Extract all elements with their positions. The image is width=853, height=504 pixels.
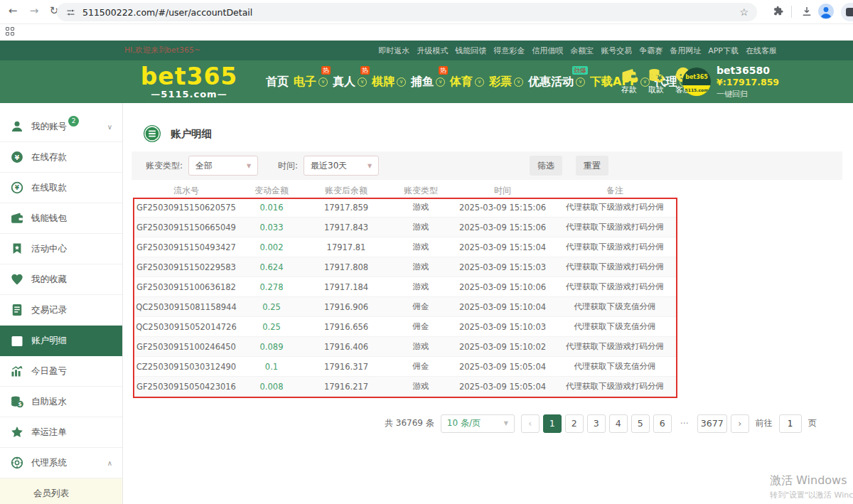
page-button[interactable]: 1 bbox=[543, 414, 562, 433]
chevron-down-icon: ∨ bbox=[514, 77, 523, 87]
pagination: 共 36769 条 10 条/页 ▼ ‹123456···3677› 前往 页 bbox=[385, 414, 817, 433]
prev-page-button[interactable]: ‹ bbox=[521, 414, 540, 433]
table-body: GF250309151506205750.01617917.859游戏2025-… bbox=[133, 198, 677, 397]
column-header: 备注 bbox=[552, 185, 677, 197]
cell-note: 代理获取下级游戏打码分佣 bbox=[552, 222, 677, 232]
url-bar[interactable]: 511500222.com/#/user/accountDetail ☆ bbox=[57, 3, 757, 21]
sidebar-item[interactable]: 账户明细 bbox=[0, 326, 122, 356]
sidebar-item-label: 我的收藏 bbox=[31, 274, 67, 286]
user-icon bbox=[10, 119, 24, 134]
topbar-link[interactable]: 即时返水 bbox=[378, 45, 409, 56]
topbar-link[interactable]: 得意彩金 bbox=[493, 45, 525, 56]
column-header: 流水号 bbox=[133, 185, 240, 197]
next-page-button[interactable]: › bbox=[731, 414, 749, 433]
site-logo[interactable]: bet365 —5115.com— bbox=[139, 65, 239, 100]
deposit-button[interactable]: 存款 bbox=[620, 67, 638, 95]
page-title-row: 账户明细 bbox=[143, 124, 212, 143]
nav-item[interactable]: 劲爆优惠活动∨ bbox=[528, 60, 585, 103]
nav-label: 首页 bbox=[266, 75, 289, 90]
browser-menu-partial[interactable] bbox=[841, 3, 853, 21]
topbar-link[interactable]: 账号交易 bbox=[601, 45, 632, 56]
sidebar-item[interactable]: $自助返水 bbox=[0, 387, 122, 417]
cell-note: 代理获取下级游戏打码分佣 bbox=[552, 262, 677, 272]
sidebar-item[interactable]: 代理系统∧ bbox=[0, 448, 122, 478]
coins-icon: $ bbox=[10, 395, 24, 409]
table-row: GF250309151006361820.27817917.184游戏2025-… bbox=[133, 277, 677, 297]
cell-serial: QC25030915052014726 bbox=[133, 322, 240, 332]
chevron-up-icon: ∧ bbox=[107, 459, 112, 467]
chart-icon bbox=[10, 364, 24, 378]
bookmark-star-icon[interactable]: ☆ bbox=[739, 6, 749, 18]
chevron-down-icon: ▼ bbox=[368, 163, 372, 169]
cell-serial: GF25030915100246450 bbox=[133, 342, 240, 352]
topbar-link[interactable]: 余额宝 bbox=[570, 45, 594, 56]
apps-grid-icon[interactable] bbox=[6, 27, 14, 36]
sidebar-item-label: 代理系统 bbox=[31, 457, 67, 469]
sidebar-item[interactable]: 幸运注单 bbox=[0, 417, 122, 448]
nav-item[interactable]: 热电子∨ bbox=[294, 60, 328, 103]
nav-item[interactable]: 首页 bbox=[266, 60, 289, 103]
account-badge[interactable]: bet365 5115.com bbox=[682, 68, 711, 96]
topbar-link[interactable]: 争霸赛 bbox=[639, 45, 662, 56]
topbar-link[interactable]: 信用借呗 bbox=[532, 45, 563, 56]
table-row: CZ250309150303124900.117916.317佣金2025-03… bbox=[133, 357, 677, 377]
per-page-select[interactable]: 10 条/页 ▼ bbox=[441, 414, 515, 433]
extensions-icon[interactable] bbox=[772, 5, 784, 17]
page-button[interactable]: 5 bbox=[631, 414, 650, 433]
topbar-link[interactable]: 备用网址 bbox=[670, 45, 701, 56]
sidebar-item[interactable]: 会员列表 bbox=[0, 478, 122, 504]
sidebar-item[interactable]: ¥在线取款 bbox=[0, 173, 122, 203]
cell-type: 游戏 bbox=[389, 282, 453, 292]
nav-item[interactable]: 热捕鱼∨ bbox=[411, 60, 445, 103]
sidebar-item[interactable]: ¥在线存款 bbox=[0, 142, 122, 173]
table-row: QC250309150811589440.2517916.906佣金2025-0… bbox=[133, 297, 677, 317]
notification-badge: 2 bbox=[68, 116, 79, 127]
filter-button[interactable]: 筛选 bbox=[530, 156, 562, 176]
cell-time: 2025-03-09 15:15:06 bbox=[453, 222, 552, 232]
time-filter-select[interactable]: 最近30天 ▼ bbox=[304, 156, 379, 176]
topbar-link[interactable]: 钱能回馈 bbox=[455, 45, 486, 56]
goto-page-input[interactable] bbox=[779, 414, 802, 433]
page-button[interactable]: 3 bbox=[587, 414, 606, 433]
topbar-link[interactable]: APP下载 bbox=[708, 45, 739, 56]
nav-item[interactable]: 体育∨ bbox=[450, 60, 484, 103]
one-key-recall-link[interactable]: 一键回归 bbox=[717, 89, 779, 100]
chevron-down-icon: ∨ bbox=[358, 77, 367, 87]
site-info-icon[interactable] bbox=[65, 7, 76, 18]
cell-balance: 17917.808 bbox=[304, 262, 389, 272]
sidebar-item[interactable]: 交易记录 bbox=[0, 295, 122, 326]
chevron-down-icon: ∨ bbox=[107, 123, 112, 131]
nav-item[interactable]: 热真人∨ bbox=[333, 60, 367, 103]
nav-item[interactable]: 彩票∨ bbox=[489, 60, 523, 103]
page-button[interactable]: 4 bbox=[609, 414, 628, 433]
topbar-link[interactable]: 升级模式 bbox=[417, 45, 448, 56]
browser-chrome: ← → ↻ 511500222.com/#/user/accountDetail… bbox=[0, 0, 853, 41]
back-icon[interactable]: ← bbox=[6, 4, 20, 17]
page-button[interactable]: 2 bbox=[565, 414, 584, 433]
cell-note: 代理获取下级充值分佣 bbox=[552, 321, 677, 332]
toolbar-divider bbox=[791, 6, 792, 18]
sidebar-item[interactable]: 钱能钱包 bbox=[0, 203, 122, 234]
topbar-link[interactable]: 在线客服 bbox=[746, 45, 777, 56]
download-icon[interactable] bbox=[800, 5, 813, 18]
nav-label: 真人 bbox=[333, 75, 355, 90]
account-info: bet36580 ¥:17917.859 一键回归 bbox=[717, 65, 779, 100]
reset-button[interactable]: 重置 bbox=[576, 156, 608, 176]
type-filter-select[interactable]: 全部 ▼ bbox=[188, 156, 258, 176]
sidebar-item[interactable]: 我的收藏 bbox=[0, 264, 122, 295]
deposit-label: 存款 bbox=[621, 85, 637, 95]
sidebar-item[interactable]: 活动中心 bbox=[0, 234, 122, 264]
activity-icon bbox=[10, 242, 24, 256]
sidebar-item[interactable]: 今日盈亏 bbox=[0, 356, 122, 387]
cell-time: 2025-03-09 15:15:06 bbox=[453, 203, 552, 213]
page-button[interactable]: 3677 bbox=[697, 414, 727, 433]
withdraw-button[interactable]: ¥ 取款 bbox=[647, 67, 665, 95]
nav-item[interactable]: 棋牌∨ bbox=[372, 60, 406, 103]
cell-amount: 0.089 bbox=[240, 342, 304, 352]
forward-icon[interactable]: → bbox=[27, 4, 41, 17]
sidebar-item[interactable]: 我的账号2∨ bbox=[0, 112, 122, 142]
table-header: 流水号变动金额账变后余额账变类型时间备注 bbox=[133, 182, 677, 199]
profile-avatar[interactable] bbox=[817, 3, 835, 20]
withdraw-icon: ¥ bbox=[10, 181, 24, 195]
page-button[interactable]: 6 bbox=[653, 414, 672, 433]
